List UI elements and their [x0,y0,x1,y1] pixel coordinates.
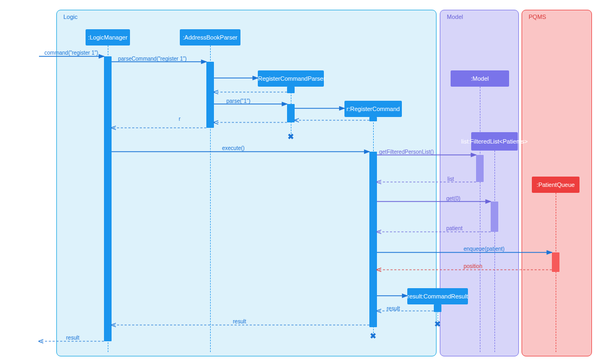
msg-parse-command: parseCommand("register 1") [118,56,187,62]
addressbookparser-lifeline-head: :AddressBookParser [180,29,240,46]
msg-execute: execute() [222,145,245,151]
logic-frame: Logic [56,10,437,356]
model-frame: Model [440,10,519,356]
model-lifeline-head: :Model [451,70,509,87]
msg-enqueue: enqueue(patient) [464,246,505,252]
registercommandparser-activation-2 [287,104,295,122]
patientqueue-lifeline [556,193,556,352]
msg-position: position [464,263,482,269]
registercommandparser-lifeline-head: :RegisterCommandParser [258,70,324,87]
registercommand-activation-0 [369,117,377,121]
patientqueue-activation [552,252,559,272]
commandresult-lifeline-head: result:CommandResult [407,288,468,304]
msg-get0: get(0) [446,196,460,202]
msg-result-final: result [66,335,79,341]
destroy-icon: ✖ [288,132,294,141]
filteredlist-activation [491,202,498,232]
msg-list: list [447,176,454,182]
logicmanager-lifeline-head: :LogicManager [86,29,130,46]
msg-command: command("register 1") [44,50,98,56]
destroy-icon: ✖ [434,320,441,328]
registercommandparser-activation-1 [287,87,295,93]
msg-parse: parse("1") [226,98,250,104]
msg-result: result [233,318,246,324]
logic-frame-label: Logic [63,14,77,20]
model-frame-label: Model [447,14,463,20]
registercommand-lifeline-head: r:RegisterCommand [344,101,402,117]
addressbookparser-activation [206,62,214,128]
msg-r: r [179,116,180,122]
destroy-icon: ✖ [370,332,376,340]
filteredlist-lifeline-head: list:FilteredList<Patients> [471,132,518,151]
logicmanager-activation [104,56,112,341]
model-activation [476,155,484,182]
pqms-frame-label: PQMS [529,14,546,20]
commandresult-activation [434,304,441,312]
patientqueue-lifeline-head: :PatientQueue [532,177,580,193]
msg-patient: patient [446,225,463,231]
model-lifeline [480,87,480,352]
msg-getfiltered: getFilteredPersonList() [379,149,434,155]
registercommand-activation [369,152,377,327]
msg-result-inner: result [387,306,400,311]
